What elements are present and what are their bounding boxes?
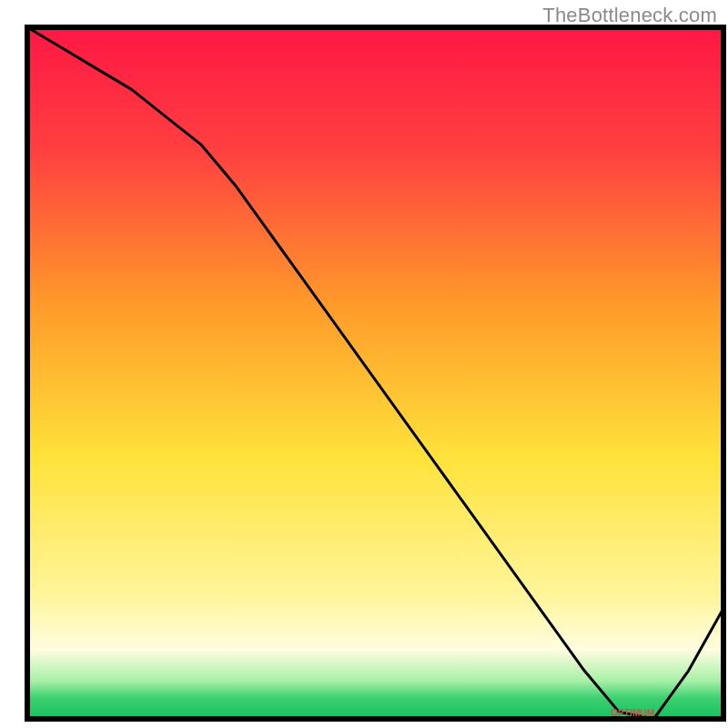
- gradient-background: [27, 27, 723, 719]
- chart-svg: [0, 0, 728, 728]
- chart-container: TheBottleneck.com OPTIMUM: [0, 0, 728, 728]
